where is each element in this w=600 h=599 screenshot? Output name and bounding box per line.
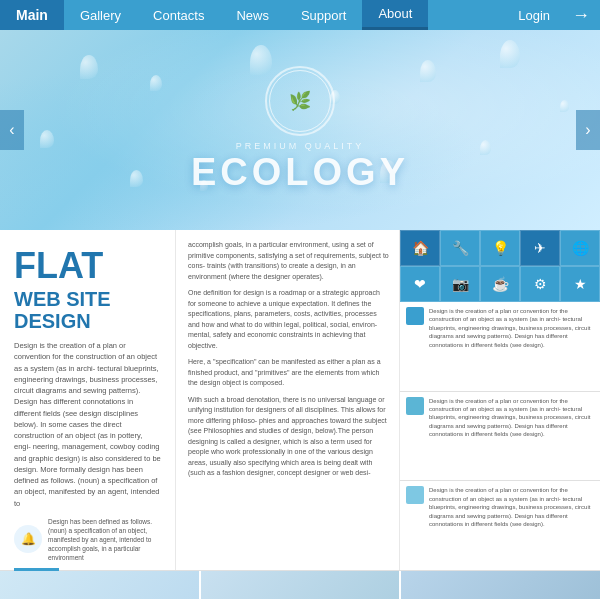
icon-cell-bulb[interactable]: 💡 [480,230,520,266]
center-para-2: One definition for design is a roadmap o… [188,288,389,351]
hero-badge: 🌿 [265,66,335,136]
hero-quality: PREMIUM QUALITY [191,141,409,151]
icon-cell-camera[interactable]: 📷 [440,266,480,302]
icon-cell-home[interactable]: 🏠 [400,230,440,266]
icon-cell-plane[interactable]: ✈ [520,230,560,266]
icon-cell-coffee[interactable]: ☕ [480,266,520,302]
icon-cell-globe[interactable]: 🌐 [560,230,600,266]
card-icon-3 [406,486,424,504]
main-content: FLAT WEB SITE DESIGN Design is the creat… [0,230,600,570]
left-small-text: Design has been defined as follows. (nou… [48,517,161,562]
bottom-image-2: Design is the creation of a plan or conv… [201,571,402,599]
nav-arrow[interactable]: → [562,0,600,30]
left-panel: FLAT WEB SITE DESIGN Design is the creat… [0,230,175,570]
nav-item-contacts[interactable]: Contacts [137,0,220,30]
icon-cell-star[interactable]: ★ [560,266,600,302]
nav-item-about[interactable]: About [362,0,428,30]
content-card-3: Design is the creation of a plan or conv… [400,481,600,570]
nav-item-support[interactable]: Support [285,0,363,30]
card-icon-2 [406,397,424,415]
card-icon-1 [406,307,424,325]
hero-nav-right[interactable]: › [576,110,600,150]
content-cards: Design is the creation of a plan or conv… [400,302,600,570]
center-para-1: accomplish goals, in a particular enviro… [188,240,389,282]
icon-cell-heart[interactable]: ❤ [400,266,440,302]
bottom-image-1: Design is the creation of a plan or conv… [0,571,201,599]
center-para-3: Here, a "specification" can be manifeste… [188,357,389,389]
icon-cell-wrench[interactable]: 🔧 [440,230,480,266]
card-text-1: Design is the creation of a plan or conv… [429,307,594,386]
nav-login[interactable]: Login [506,0,562,30]
content-card-2: Design is the creation of a plan or conv… [400,392,600,481]
icon-cell-gear[interactable]: ⚙ [520,266,560,302]
content-card-1: Design is the creation of a plan or conv… [400,302,600,391]
flat-title-line1: FLAT [14,248,161,284]
right-panel: 🏠 🔧 💡 ✈ 🌐 ❤ 📷 ☕ ⚙ ★ Design is the creati… [400,230,600,570]
hero-title: ECOLOGY [191,151,409,194]
left-icon: 🔔 [14,525,42,553]
nav-item-news[interactable]: News [220,0,285,30]
card-text-3: Design is the creation of a plan or conv… [429,486,594,565]
hero-section: 🌿 PREMIUM QUALITY ECOLOGY ‹ › [0,30,600,230]
center-panel: accomplish goals, in a particular enviro… [175,230,400,570]
flat-title-line2: WEB SITE [14,288,161,310]
nav-item-gallery[interactable]: Gallery [64,0,137,30]
center-para-4: With such a broad denotation, there is n… [188,395,389,479]
hero-content: 🌿 PREMIUM QUALITY ECOLOGY [191,66,409,194]
card-text-2: Design is the creation of a plan or conv… [429,397,594,476]
icon-grid: 🏠 🔧 💡 ✈ 🌐 ❤ 📷 ☕ ⚙ ★ [400,230,600,302]
left-description: Design is the creation of a plan or conv… [14,340,161,509]
bottom-image-3: Design is the creation of a plan or conv… [401,571,600,599]
flat-title-line3: DESIGN [14,310,161,332]
hero-nav-left[interactable]: ‹ [0,110,24,150]
bottom-images: Design is the creation of a plan or conv… [0,570,600,599]
navbar: Main Gallery Contacts News Support About… [0,0,600,30]
nav-logo[interactable]: Main [0,0,64,30]
